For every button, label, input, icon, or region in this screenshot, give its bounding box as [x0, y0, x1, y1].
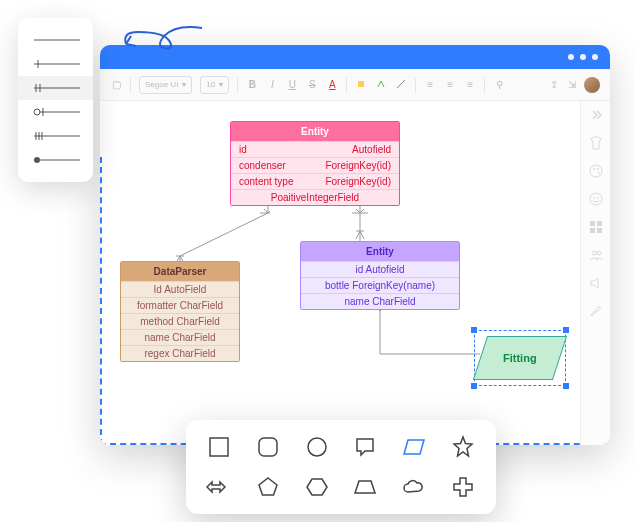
entity-title: Entity — [231, 122, 399, 141]
fill-color-button[interactable] — [355, 79, 367, 91]
svg-point-21 — [593, 197, 595, 199]
fitting-node[interactable]: Fitting — [480, 336, 560, 380]
shape-plus[interactable] — [448, 472, 478, 502]
line-style-panel — [18, 18, 93, 182]
line-style-none[interactable] — [30, 28, 81, 52]
shape-parallelogram[interactable] — [399, 432, 429, 462]
svg-point-22 — [597, 197, 599, 199]
palette-icon[interactable] — [588, 163, 604, 179]
align-top-icon[interactable]: ≡ — [464, 79, 476, 91]
svg-rect-23 — [590, 221, 595, 226]
shape-star[interactable] — [448, 432, 478, 462]
svg-rect-30 — [259, 438, 277, 456]
svg-point-27 — [592, 251, 596, 255]
svg-point-28 — [597, 251, 601, 255]
svg-point-16 — [590, 165, 602, 177]
shape-picker-tray — [186, 420, 496, 514]
paint-format-icon[interactable]: ▢ — [110, 79, 122, 91]
window-control-close[interactable] — [592, 54, 598, 60]
bold-button[interactable]: B — [246, 79, 258, 91]
share-icon[interactable]: ⇪ — [548, 79, 560, 91]
diagram-canvas[interactable]: Entity idAutofield condenserForeignKey(i… — [100, 101, 610, 445]
underline-button[interactable]: U — [286, 79, 298, 91]
export-icon[interactable]: ⇲ — [566, 79, 578, 91]
grid-icon[interactable] — [588, 219, 604, 235]
shape-trapezoid[interactable] — [350, 472, 380, 502]
text-color-button[interactable]: A — [326, 79, 338, 91]
italic-button[interactable]: I — [266, 79, 278, 91]
shape-rounded-square[interactable] — [253, 432, 283, 462]
entity-table-purple[interactable]: Entity id Autofield bottle ForeignKey(na… — [300, 241, 460, 310]
entity-table-pink[interactable]: Entity idAutofield condenserForeignKey(i… — [230, 121, 400, 206]
wrench-icon[interactable] — [588, 303, 604, 319]
user-avatar[interactable] — [584, 77, 600, 93]
svg-point-19 — [598, 172, 600, 174]
entity-title: Entity — [301, 242, 459, 261]
shape-square[interactable] — [204, 432, 234, 462]
svg-rect-25 — [590, 228, 595, 233]
selection-guide-left — [100, 157, 102, 445]
collapse-rail-icon[interactable] — [588, 107, 604, 123]
smiley-icon[interactable] — [588, 191, 604, 207]
shape-circle[interactable] — [302, 432, 332, 462]
svg-point-18 — [597, 168, 599, 170]
shirt-icon[interactable] — [588, 135, 604, 151]
resize-handle-ne[interactable] — [563, 327, 569, 333]
svg-point-20 — [590, 193, 602, 205]
entity-title: DataParser — [121, 262, 239, 281]
svg-line-15 — [397, 80, 405, 88]
font-size-select[interactable]: 10▾ — [200, 76, 229, 94]
strike-button[interactable]: S — [306, 79, 318, 91]
shape-hexagon[interactable] — [302, 472, 332, 502]
shape-arrow[interactable] — [204, 472, 234, 502]
doodle-arrow-icon — [120, 18, 210, 53]
window-control-max[interactable] — [580, 54, 586, 60]
shape-cloud[interactable] — [399, 472, 429, 502]
svg-point-14 — [34, 157, 40, 163]
resize-handle-se[interactable] — [563, 383, 569, 389]
svg-point-31 — [308, 438, 326, 456]
shape-pentagon[interactable] — [253, 472, 283, 502]
svg-point-17 — [593, 168, 595, 170]
line-style-triple-tick[interactable] — [30, 124, 81, 148]
svg-rect-24 — [597, 221, 602, 226]
svg-point-7 — [34, 109, 40, 115]
right-rail — [580, 101, 610, 445]
resize-handle-sw[interactable] — [471, 383, 477, 389]
link-icon[interactable]: ⚲ — [493, 79, 505, 91]
resize-handle-nw[interactable] — [471, 327, 477, 333]
window-control-min[interactable] — [568, 54, 574, 60]
shape-speech[interactable] — [350, 432, 380, 462]
formatting-toolbar: ▢ Segoe UI▾ 10▾ B I U S A ≡ ≡ ≡ ⚲ ⇪ ⇲ — [100, 69, 610, 101]
people-icon[interactable] — [588, 247, 604, 263]
line-style-solid-dot[interactable] — [30, 148, 81, 172]
svg-rect-26 — [597, 228, 602, 233]
line-style-double-tick[interactable] — [18, 76, 93, 100]
svg-rect-29 — [210, 438, 228, 456]
align-center-icon[interactable]: ≡ — [444, 79, 456, 91]
line-color-button[interactable] — [395, 79, 407, 91]
line-style-tick[interactable] — [30, 52, 81, 76]
font-family-select[interactable]: Segoe UI▾ — [139, 76, 192, 94]
speaker-icon[interactable] — [588, 275, 604, 291]
entity-table-dataparser[interactable]: DataParser Id AutoField formatter CharFi… — [120, 261, 240, 362]
fitting-label: Fitting — [503, 352, 537, 364]
line-style-hollow-dot[interactable] — [30, 100, 81, 124]
app-window: ▢ Segoe UI▾ 10▾ B I U S A ≡ ≡ ≡ ⚲ ⇪ ⇲ En… — [100, 45, 610, 445]
align-left-icon[interactable]: ≡ — [424, 79, 436, 91]
highlight-button[interactable] — [375, 79, 387, 91]
